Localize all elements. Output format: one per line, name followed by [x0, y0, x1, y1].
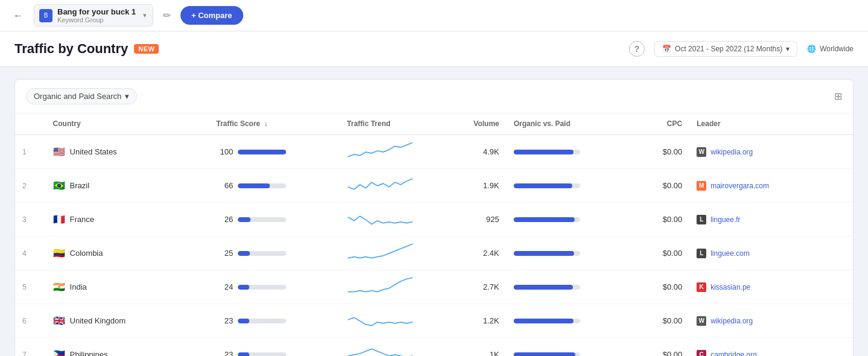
country-cell: 🇫🇷 France [46, 203, 209, 237]
country-flag: 🇬🇧 [53, 315, 65, 326]
chevron-down-icon: ▾ [125, 92, 129, 101]
keyword-group-icon: B [39, 9, 53, 22]
organic-bar-fill [514, 251, 574, 256]
leader-cell: M mairovergara.com [689, 169, 853, 203]
country-flag: 🇺🇸 [53, 146, 65, 157]
edit-button[interactable]: ✏ [161, 7, 173, 24]
chevron-down-icon: ▾ [786, 45, 790, 53]
score-value: 23 [216, 316, 233, 325]
table-row: 6 🇬🇧 United Kingdom 23 1.2K [15, 304, 853, 338]
date-range-button[interactable]: 📅 Oct 2021 - Sep 2022 (12 Months) ▾ [654, 41, 797, 57]
cpc-cell: $0.00 [624, 338, 689, 357]
table-row: 3 🇫🇷 France 26 925 [15, 203, 853, 237]
score-bar-fill [238, 251, 250, 256]
filter-label: Organic and Paid Search [34, 92, 121, 101]
sparkline-chart [347, 140, 413, 162]
traffic-score-cell: 26 [209, 203, 340, 237]
organic-bar-bg [514, 352, 580, 357]
country-name: Philippines [70, 350, 108, 356]
score-bar-bg [238, 183, 286, 188]
export-icon[interactable]: ⊞ [834, 91, 842, 102]
score-bar-fill [238, 352, 249, 357]
keyword-group-name: Bang for your buck 1 [57, 7, 136, 16]
keyword-group-pill[interactable]: B Bang for your buck 1 Keyword Group ▾ [34, 4, 153, 27]
calendar-icon: 📅 [662, 45, 671, 53]
leader-favicon: L [697, 249, 706, 258]
organic-paid-cell [506, 338, 624, 357]
traffic-trend-cell [340, 304, 449, 338]
col-leader: Leader [689, 113, 853, 135]
score-value: 100 [216, 147, 233, 156]
traffic-trend-cell [340, 135, 449, 169]
help-icon: ? [634, 44, 640, 54]
score-value: 26 [216, 215, 233, 224]
filter-button[interactable]: Organic and Paid Search ▾ [26, 88, 137, 104]
sparkline-chart [347, 309, 413, 331]
worldwide-button[interactable]: 🌐 Worldwide [807, 45, 854, 53]
col-traffic-trend: Traffic Trend [340, 113, 449, 135]
row-number: 6 [15, 304, 46, 338]
country-name: Colombia [70, 249, 103, 258]
volume-cell: 1.2K [449, 304, 506, 338]
leader-cell: L linguee.fr [689, 203, 853, 237]
leader-favicon: L [697, 215, 706, 224]
traffic-score-cell: 100 [209, 135, 340, 169]
edit-icon: ✏ [163, 10, 171, 21]
back-button[interactable]: ← [10, 7, 27, 24]
traffic-score-cell: 23 [209, 338, 340, 357]
score-bar-bg [238, 352, 286, 357]
country-cell: 🇨🇴 Colombia [46, 237, 209, 270]
data-table: Country Traffic Score ↓ Traffic Trend Vo… [15, 113, 853, 356]
organic-bar-bg [514, 183, 580, 188]
country-flag: 🇫🇷 [53, 214, 65, 225]
date-range-label: Oct 2021 - Sep 2022 (12 Months) [675, 45, 782, 53]
country-cell: 🇬🇧 United Kingdom [46, 304, 209, 338]
score-bar-bg [238, 251, 286, 256]
leader-cell: L linguee.com [689, 237, 853, 270]
leader-favicon: W [697, 147, 706, 157]
country-name: France [70, 215, 94, 224]
leader-name: linguee.com [710, 249, 750, 258]
score-bar-fill [238, 285, 249, 290]
leader-name: wikipedia.org [710, 148, 753, 156]
sort-icon: ↓ [264, 119, 267, 128]
traffic-trend-cell [340, 169, 449, 203]
country-name: India [70, 282, 87, 291]
score-value: 23 [216, 350, 233, 356]
row-number: 2 [15, 169, 46, 203]
country-cell: 🇵🇭 Philippines [46, 338, 209, 357]
score-bar-bg [238, 150, 286, 154]
traffic-score-cell: 24 [209, 270, 340, 304]
volume-cell: 2.4K [449, 237, 506, 270]
leader-cell: W wikipedia.org [689, 304, 853, 338]
volume-cell: 4.9K [449, 135, 506, 169]
volume-cell: 925 [449, 203, 506, 237]
score-bar-fill [238, 150, 286, 154]
page-title: Traffic by Country [14, 41, 128, 57]
organic-bar-bg [514, 319, 580, 323]
table-row: 7 🇵🇭 Philippines 23 1K [15, 338, 853, 357]
cpc-cell: $0.00 [624, 169, 689, 203]
row-number: 7 [15, 338, 46, 357]
new-badge: NEW [134, 44, 159, 54]
country-flag: 🇨🇴 [53, 247, 65, 259]
score-bar-fill [238, 217, 251, 222]
traffic-score-cell: 25 [209, 237, 340, 270]
row-number: 5 [15, 270, 46, 304]
sparkline-chart [347, 241, 413, 263]
organic-paid-cell [506, 169, 624, 203]
organic-bar-fill [514, 285, 573, 290]
organic-paid-cell [506, 135, 624, 169]
organic-paid-cell [506, 237, 624, 270]
leader-name: linguee.fr [710, 215, 740, 224]
compare-button[interactable]: + Compare [180, 6, 243, 25]
leader-cell: K kissasian.pe [689, 270, 853, 304]
country-cell: 🇧🇷 Brazil [46, 169, 209, 203]
leader-favicon: M [697, 181, 706, 191]
content-area: Organic and Paid Search ▾ ⊞ Country Traf… [0, 67, 868, 356]
help-button[interactable]: ? [629, 41, 645, 57]
organic-bar-fill [514, 183, 572, 188]
page-title-area: Traffic by Country NEW [14, 41, 159, 57]
score-bar-bg [238, 285, 286, 290]
chevron-down-icon: ▾ [143, 11, 147, 19]
